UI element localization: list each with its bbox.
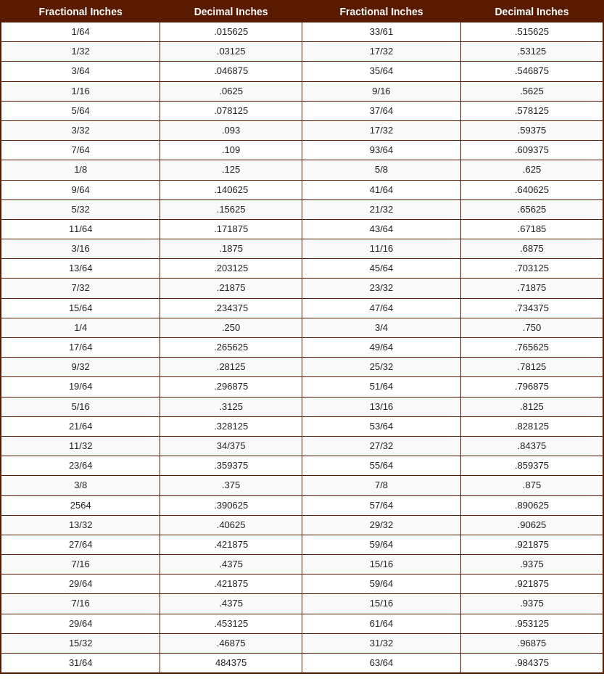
- table-cell: .6875: [460, 239, 603, 259]
- header-decimal-2: Decimal Inches: [460, 1, 603, 22]
- table-row: 13/64.20312545/64.703125: [1, 259, 603, 279]
- table-cell: 29/32: [302, 515, 460, 535]
- table-cell: 31/64: [1, 654, 160, 674]
- table-cell: 2564: [1, 495, 160, 515]
- table-cell: 63/64: [302, 654, 460, 674]
- table-cell: 484375: [160, 654, 302, 674]
- table-cell: 9/64: [1, 180, 160, 199]
- table-row: 21/64.32812553/64.828125: [1, 416, 603, 436]
- table-cell: 31/32: [302, 633, 460, 653]
- table-cell: .4375: [160, 555, 302, 575]
- table-cell: 3/16: [1, 239, 160, 259]
- table-cell: 1/16: [1, 81, 160, 101]
- table-cell: .90625: [460, 515, 603, 535]
- table-row: 11/64.17187543/64.67185: [1, 219, 603, 239]
- table-row: 3/32.09317/32.59375: [1, 120, 603, 140]
- table-cell: 59/64: [302, 575, 460, 594]
- table-cell: .140625: [160, 180, 302, 199]
- table-cell: 29/64: [1, 614, 160, 633]
- table-cell: .1875: [160, 239, 302, 259]
- table-header-row: Fractional Inches Decimal Inches Fractio…: [1, 1, 603, 22]
- table-cell: 5/32: [1, 199, 160, 219]
- table-cell: .078125: [160, 101, 302, 120]
- table-cell: .421875: [160, 535, 302, 554]
- table-cell: 23/32: [302, 279, 460, 298]
- table-row: 9/64.14062541/64.640625: [1, 180, 603, 199]
- table-cell: .46875: [160, 633, 302, 653]
- table-row: 7/64.10993/64.609375: [1, 141, 603, 160]
- table-cell: 1/4: [1, 318, 160, 337]
- table-cell: .796875: [460, 377, 603, 397]
- table-cell: 41/64: [302, 180, 460, 199]
- table-cell: .203125: [160, 259, 302, 279]
- table-cell: 1/8: [1, 160, 160, 180]
- table-cell: 15/16: [302, 594, 460, 614]
- table-cell: 29/64: [1, 575, 160, 594]
- table-cell: 55/64: [302, 456, 460, 476]
- table-cell: 23/64: [1, 456, 160, 476]
- table-cell: 15/64: [1, 298, 160, 318]
- table-cell: 5/8: [302, 160, 460, 180]
- table-cell: 13/64: [1, 259, 160, 279]
- table-cell: .546875: [460, 62, 603, 81]
- table-cell: .265625: [160, 338, 302, 358]
- table-cell: .125: [160, 160, 302, 180]
- table-row: 5/64.07812537/64.578125: [1, 101, 603, 120]
- table-row: 7/32.2187523/32.71875: [1, 279, 603, 298]
- table-row: 23/64.35937555/64.859375: [1, 456, 603, 476]
- table-cell: 43/64: [302, 219, 460, 239]
- table-cell: .234375: [160, 298, 302, 318]
- table-cell: 51/64: [302, 377, 460, 397]
- table-cell: .9375: [460, 555, 603, 575]
- table-cell: 57/64: [302, 495, 460, 515]
- table-cell: 11/16: [302, 239, 460, 259]
- table-cell: 5/64: [1, 101, 160, 120]
- table-cell: 7/32: [1, 279, 160, 298]
- table-cell: .40625: [160, 515, 302, 535]
- table-cell: .28125: [160, 358, 302, 377]
- table-cell: .453125: [160, 614, 302, 633]
- table-cell: .390625: [160, 495, 302, 515]
- table-row: 1/8.1255/8.625: [1, 160, 603, 180]
- table-cell: 59/64: [302, 535, 460, 554]
- table-cell: .5625: [460, 81, 603, 101]
- table-row: 29/64.45312561/64.953125: [1, 614, 603, 633]
- table-cell: 1/64: [1, 22, 160, 42]
- table-cell: .953125: [460, 614, 603, 633]
- table-row: 9/32.2812525/32.78125: [1, 358, 603, 377]
- table-cell: 7/16: [1, 594, 160, 614]
- table-cell: 37/64: [302, 101, 460, 120]
- table-cell: .53125: [460, 42, 603, 62]
- table-row: 13/32.4062529/32.90625: [1, 515, 603, 535]
- table-cell: .984375: [460, 654, 603, 674]
- table-row: 15/64.23437547/64.734375: [1, 298, 603, 318]
- table-cell: 21/64: [1, 416, 160, 436]
- table-cell: 15/32: [1, 633, 160, 653]
- table-cell: .78125: [460, 358, 603, 377]
- table-cell: .3125: [160, 397, 302, 416]
- table-cell: 7/8: [302, 476, 460, 495]
- table-cell: 35/64: [302, 62, 460, 81]
- table-cell: .765625: [460, 338, 603, 358]
- table-row: 5/16.312513/16.8125: [1, 397, 603, 416]
- table-cell: .828125: [460, 416, 603, 436]
- header-decimal-1: Decimal Inches: [160, 1, 302, 22]
- table-row: 5/32.1562521/32.65625: [1, 199, 603, 219]
- table-cell: 61/64: [302, 614, 460, 633]
- table-cell: 9/16: [302, 81, 460, 101]
- table-cell: 7/64: [1, 141, 160, 160]
- table-row: 29/64.42187559/64.921875: [1, 575, 603, 594]
- table-cell: .640625: [460, 180, 603, 199]
- table-cell: .359375: [160, 456, 302, 476]
- table-cell: .578125: [460, 101, 603, 120]
- table-cell: 3/32: [1, 120, 160, 140]
- table-cell: .625: [460, 160, 603, 180]
- header-fractional-2: Fractional Inches: [302, 1, 460, 22]
- table-cell: .859375: [460, 456, 603, 476]
- table-cell: 7/16: [1, 555, 160, 575]
- table-row: 1/16.06259/16.5625: [1, 81, 603, 101]
- table-cell: .890625: [460, 495, 603, 515]
- table-row: 3/64.04687535/64.546875: [1, 62, 603, 81]
- table-cell: .9375: [460, 594, 603, 614]
- table-cell: 17/32: [302, 42, 460, 62]
